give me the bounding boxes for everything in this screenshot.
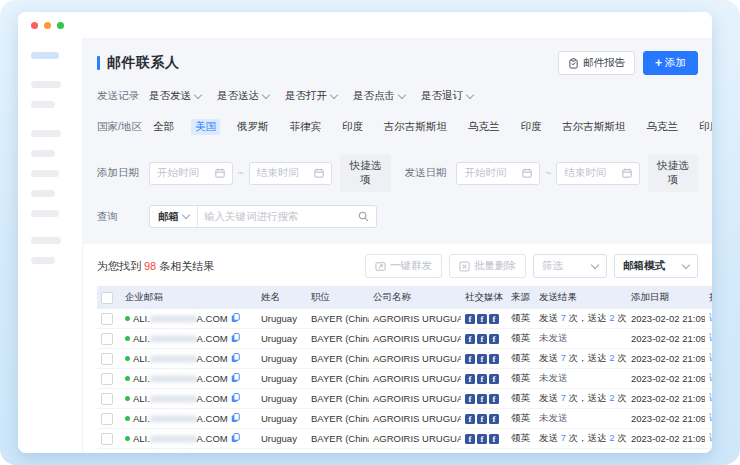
row-checkbox[interactable] (101, 433, 113, 445)
facebook-icon[interactable]: f (477, 374, 487, 384)
copy-icon[interactable] (231, 313, 240, 323)
country-label: 国家/地区 (97, 120, 149, 134)
sidebar-item[interactable] (31, 170, 59, 177)
country-option[interactable]: 吉尔吉斯斯坦 (380, 119, 451, 135)
add-button[interactable]: + 添加 (643, 51, 698, 75)
facebook-icon[interactable]: f (477, 414, 487, 424)
copy-icon[interactable] (231, 413, 240, 423)
facebook-icon[interactable]: f (477, 334, 487, 344)
sidebar-item[interactable] (31, 81, 61, 88)
facebook-icon[interactable]: f (465, 394, 475, 404)
sidebar-item[interactable] (31, 130, 61, 137)
country-option[interactable]: 乌克兰 (464, 119, 504, 135)
copy-icon[interactable] (231, 393, 240, 403)
facebook-icon[interactable]: f (489, 334, 499, 344)
send-filter-dropdown[interactable]: 是否退订 (421, 89, 473, 103)
add-date-end-input[interactable]: 结束时间 (249, 162, 333, 185)
copy-icon[interactable] (231, 333, 240, 343)
row-checkbox[interactable] (101, 333, 113, 345)
row-checkbox[interactable] (101, 373, 113, 385)
select-all-checkbox[interactable] (101, 292, 113, 304)
sidebar-item-active[interactable] (31, 52, 59, 59)
facebook-icon[interactable]: f (465, 354, 475, 364)
facebook-icon[interactable]: f (489, 434, 499, 444)
sidebar-item[interactable] (31, 210, 59, 217)
facebook-icon[interactable]: f (465, 414, 475, 424)
sidebar-item[interactable] (31, 101, 55, 108)
send-date-start-input[interactable]: 开始时间 (456, 162, 540, 185)
facebook-icon[interactable]: f (489, 354, 499, 364)
country-option[interactable]: 美国 (191, 119, 220, 135)
facebook-icon[interactable]: f (489, 314, 499, 324)
country-option[interactable]: 吉尔吉斯斯坦 (559, 119, 630, 135)
send-date-quick-options-button[interactable]: 快捷选项 (648, 154, 698, 192)
copy-icon[interactable] (231, 433, 240, 443)
actions-cell: 详情更多 (705, 349, 712, 369)
traffic-light-maximize[interactable] (57, 22, 64, 29)
country-option[interactable]: 印度 (338, 119, 367, 135)
send-date-end-input[interactable]: 结束时间 (556, 162, 640, 185)
detail-link[interactable]: 详情 (709, 372, 712, 383)
country-option[interactable]: 俄罗斯 (233, 119, 273, 135)
facebook-icon[interactable]: f (489, 394, 499, 404)
company-cell: AGROIRIS URUGUAY (369, 369, 461, 389)
copy-icon[interactable] (231, 373, 240, 383)
position-cell: BAYER (China) (307, 409, 369, 429)
detail-link[interactable]: 详情 (709, 352, 712, 363)
facebook-icon[interactable]: f (489, 414, 499, 424)
col-source: 来源 (507, 286, 535, 309)
position-cell: BAYER (China) (307, 389, 369, 409)
facebook-icon[interactable]: f (477, 394, 487, 404)
mailbox-mode-select[interactable]: 邮箱模式 (614, 254, 698, 278)
send-filter-dropdown[interactable]: 是否发送 (149, 89, 201, 103)
search-icon[interactable] (358, 211, 369, 222)
filter-select[interactable]: 筛选 (533, 254, 607, 278)
add-date-start-input[interactable]: 开始时间 (149, 162, 233, 185)
facebook-icon[interactable]: f (477, 434, 487, 444)
detail-link[interactable]: 详情 (709, 432, 712, 443)
date-cell: 2023-02-02 21:09 (627, 389, 705, 409)
mass-send-button[interactable]: 一键群发 (365, 254, 442, 278)
country-option[interactable]: 印度 (695, 119, 712, 135)
copy-icon[interactable] (231, 353, 240, 363)
facebook-icon[interactable]: f (489, 374, 499, 384)
batch-delete-button[interactable]: 批量删除 (449, 254, 526, 278)
country-option[interactable]: 乌克兰 (643, 119, 683, 135)
add-date-quick-options-button[interactable]: 快捷选项 (340, 154, 390, 192)
sidebar-item[interactable] (31, 257, 55, 264)
country-option[interactable]: 印度 (517, 119, 546, 135)
country-option[interactable]: 全部 (149, 119, 178, 135)
range-separator: ~ (545, 167, 551, 179)
detail-link[interactable]: 详情 (709, 332, 712, 343)
sidebar-item[interactable] (31, 190, 55, 197)
query-type-select[interactable]: 邮箱 (150, 206, 198, 227)
row-checkbox[interactable] (101, 413, 113, 425)
send-filter-dropdown[interactable]: 是否点击 (353, 89, 405, 103)
social-cell: fff (461, 449, 507, 454)
row-checkbox[interactable] (101, 313, 113, 325)
detail-link[interactable]: 详情 (709, 312, 712, 323)
detail-link[interactable]: 详情 (709, 392, 712, 403)
row-checkbox[interactable] (101, 393, 113, 405)
traffic-light-close[interactable] (31, 22, 38, 29)
mail-report-button[interactable]: 邮件报告 (558, 51, 635, 75)
range-separator: ~ (238, 167, 244, 179)
facebook-icon[interactable]: f (465, 314, 475, 324)
detail-link[interactable]: 详情 (709, 412, 712, 423)
sidebar-item[interactable] (31, 150, 55, 157)
facebook-icon[interactable]: f (477, 314, 487, 324)
traffic-light-minimize[interactable] (44, 22, 51, 29)
facebook-icon[interactable]: f (477, 354, 487, 364)
sidebar-item[interactable] (31, 237, 61, 244)
send-filter-dropdown[interactable]: 是否打开 (285, 89, 337, 103)
facebook-icon[interactable]: f (465, 374, 475, 384)
chevron-down-icon (466, 90, 474, 98)
result-text: 次 (615, 392, 627, 403)
send-filter-dropdown[interactable]: 是否送达 (217, 89, 269, 103)
row-checkbox[interactable] (101, 353, 113, 365)
country-option[interactable]: 菲律宾 (286, 119, 326, 135)
facebook-icon[interactable]: f (465, 334, 475, 344)
facebook-icon[interactable]: f (465, 434, 475, 444)
detail-link[interactable]: 详情 (709, 452, 712, 453)
search-input[interactable]: 输入关键词进行搜索 (198, 210, 358, 224)
